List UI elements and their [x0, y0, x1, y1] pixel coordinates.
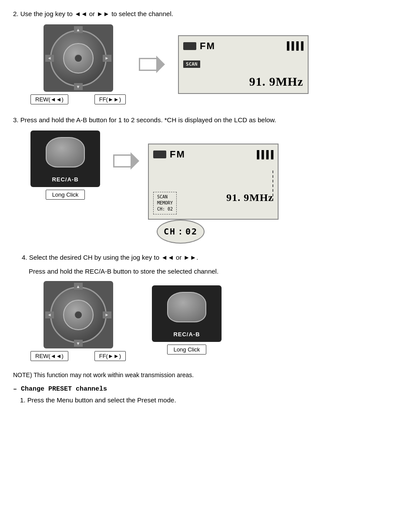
arrow-icon	[139, 56, 165, 73]
rec-ab-knob	[46, 137, 85, 167]
step2-section: 2. Use the jog key to ◄◄ or ►► to select…	[13, 9, 407, 104]
ff-label-2: FF(►►)	[94, 351, 126, 361]
dashed-line	[272, 171, 273, 201]
rew-label-2: REW(◄◄)	[30, 351, 68, 361]
step3-arrow-lcd: FM ▐▐▐▐ SCAN MEMORY CH: 02 91. 9MHz	[113, 144, 279, 220]
step3-text: 3. Press and hold the A-B button for 1 t…	[13, 115, 407, 125]
lcd-display-1: FM ▐▐▐▐ SCAN 91. 9MHz	[178, 35, 309, 94]
long-click-label-2: Long Click	[167, 345, 207, 355]
jog-labels-2: REW(◄◄) FF(►►)	[30, 351, 126, 361]
lcd2-scan-mem: SCAN MEMORY CH: 02 91. 9MHz	[153, 192, 273, 214]
lcd-fm-text: FM	[200, 40, 215, 52]
press-menu-text: 1. Press the Menu button and select the …	[20, 396, 407, 404]
lcd2-freq: 91. 9MHz	[181, 192, 273, 204]
scan-text: SCAN	[157, 194, 173, 200]
jog-arrow-bottom: ▼	[74, 83, 83, 90]
lcd-display-2: FM ▐▐▐▐ SCAN MEMORY CH: 02 91. 9MHz	[148, 144, 279, 220]
jog-arrow-top: ▲	[74, 26, 83, 33]
lcd2-fm-text: FM	[170, 149, 185, 160]
ff-label: FF(►►)	[94, 94, 126, 104]
jog-block-bottom: ▲ ▼ ◄ ► REW(◄◄) FF(►►)	[30, 281, 126, 361]
jog-center-2	[74, 311, 83, 319]
rew-label: REW(◄◄)	[30, 94, 68, 104]
rec-ab-image-2: REC/A-B	[152, 285, 222, 342]
long-click-label-1: Long Click	[46, 190, 85, 200]
step4-text: 4. Select the desired CH by using the jo…	[13, 252, 407, 263]
jog-arrow-right: ►	[103, 55, 111, 62]
jog-arrow-bottom-2: ▼	[74, 340, 83, 347]
lcd-top: FM ▐▐▐▐	[183, 40, 303, 52]
step3-diagram: REC/A-B Long Click FM ▐▐▐▐	[13, 131, 407, 220]
jog-wheel-image-2: ▲ ▼ ◄ ►	[44, 281, 113, 348]
jog-center	[74, 54, 83, 63]
lcd-scan-row: SCAN	[183, 59, 303, 68]
jog-arrow-left-2: ◄	[45, 311, 54, 318]
step2-label: 2. Use the jog key to ◄◄ or ►► to select…	[13, 10, 173, 17]
rec-ab-knob-2	[167, 292, 206, 322]
jog-arrow-top-2: ▲	[74, 283, 83, 290]
lcd-scan-badge: SCAN	[183, 60, 200, 68]
jog-arrow-right-2: ►	[103, 311, 111, 318]
step2-diagram: ▲ ▼ ◄ ► REW(◄◄) FF(►►) FM ▐▐▐▐ SCAN	[13, 24, 407, 104]
step4-sub-label: Press and hold the REC/A-B button to sto…	[29, 268, 218, 275]
rec-ab-label: REC/A-B	[52, 176, 78, 183]
lcd-battery: ▐▐▐▐	[285, 41, 303, 50]
step4-sub-text: Press and hold the REC/A-B button to sto…	[13, 266, 407, 277]
step4-diagrams: ▲ ▼ ◄ ► REW(◄◄) FF(►►) REC/A-B Long Clic…	[13, 281, 407, 361]
spacer1	[13, 230, 407, 252]
change-preset-heading: – Change PRESET channels	[13, 385, 407, 393]
lcd-freq: 91. 9MHz	[183, 75, 303, 89]
note-section: NOTE) This function may not work within …	[13, 371, 407, 378]
step4-section: 4. Select the desired CH by using the jo…	[13, 252, 407, 361]
step4-label: 4. Select the desired CH by using the jo…	[22, 254, 198, 261]
lcd-ch-container: FM ▐▐▐▐ SCAN MEMORY CH: 02 91. 9MHz	[148, 144, 279, 220]
arrow-icon-2	[113, 152, 139, 170]
step3-label: 3. Press and hold the A-B button for 1 t…	[13, 116, 276, 124]
change-preset-section: – Change PRESET channels 1. Press the Me…	[13, 385, 407, 404]
jog-wheel-image: ▲ ▼ ◄ ►	[44, 24, 113, 92]
lcd2-battery: ▐▐▐▐	[255, 150, 273, 159]
jog-labels: REW(◄◄) FF(►►)	[30, 94, 126, 104]
note-text: NOTE) This function may not work within …	[13, 371, 194, 378]
rec-ab-block: REC/A-B Long Click	[30, 131, 100, 200]
rec-ab-label-2: REC/A-B	[173, 331, 200, 338]
step2-text: 2. Use the jog key to ◄◄ or ►► to select…	[13, 9, 407, 19]
ch-circle-text: CH：02	[164, 226, 198, 238]
jog-wheel-block: ▲ ▼ ◄ ► REW(◄◄) FF(►►)	[30, 24, 126, 104]
ch-text: CH: 02	[157, 206, 173, 212]
scan-memory-box: SCAN MEMORY CH: 02	[153, 192, 177, 214]
jog-arrow-left: ◄	[45, 55, 54, 62]
rec-ab-image: REC/A-B	[30, 131, 100, 187]
lcd-radio-icon	[183, 42, 196, 50]
lcd2-radio-icon	[153, 151, 166, 158]
lcd2-top: FM ▐▐▐▐	[153, 149, 273, 160]
step3-section: 3. Press and hold the A-B button for 1 t…	[13, 115, 407, 220]
ch-circle: CH：02	[157, 220, 205, 244]
rec-ab-block-2: REC/A-B Long Click	[152, 285, 222, 355]
memory-text: MEMORY	[157, 200, 173, 206]
